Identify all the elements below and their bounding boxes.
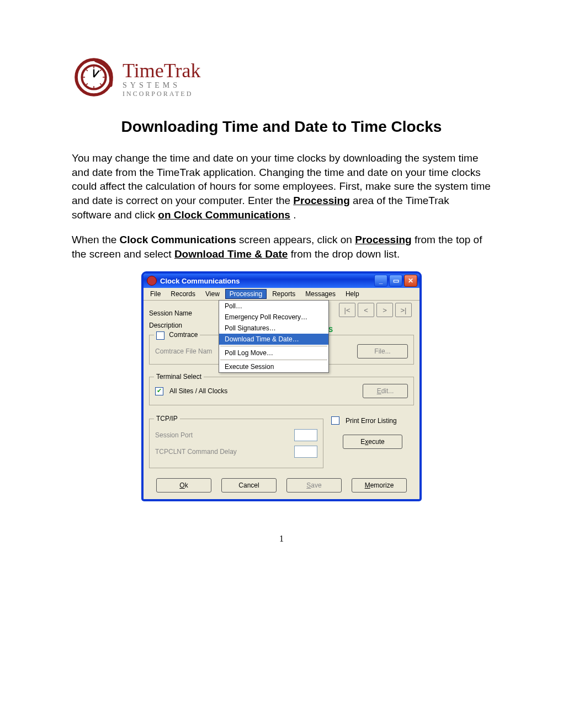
terminal-select-group: Terminal Select All Sites / All Clocks E… (149, 377, 414, 405)
file-button[interactable]: File... (357, 344, 408, 358)
comtrace-label: Comtrace (169, 331, 198, 339)
session-name-label: Session Name (149, 309, 214, 317)
print-error-label: Print Error Listing (346, 417, 397, 425)
menu-file[interactable]: File (146, 289, 165, 299)
menubar: File Records View Processing Reports Mes… (144, 288, 419, 301)
ok-button[interactable]: Ok (156, 478, 211, 493)
window-title: Clock Communications (160, 277, 240, 285)
stray-s: S (328, 326, 333, 334)
paragraph-2: When the Clock Communications screen app… (72, 233, 491, 261)
brand-name: TimeTrak (123, 62, 200, 79)
maximize-button[interactable]: ▭ (389, 275, 402, 287)
tcp-delay-input[interactable] (294, 446, 317, 458)
menu-reports[interactable]: Reports (268, 289, 300, 299)
dd-sep (220, 346, 327, 346)
page-title: Downloading Time and Date to Time Clocks (72, 118, 491, 136)
close-button[interactable]: ✕ (404, 275, 417, 287)
execute-button[interactable]: Execute (343, 435, 402, 449)
brand-block: TimeTrak SYSTEMS INCORPORATED (123, 62, 200, 98)
p2-t2: screen appears, click on (239, 234, 355, 245)
window-titlebar[interactable]: Clock Communications _ ▭ ✕ (144, 274, 419, 288)
comtrace-checkbox[interactable] (156, 331, 164, 340)
minimize-button[interactable]: _ (374, 275, 387, 287)
cancel-button[interactable]: Cancel (221, 478, 277, 493)
page-number: 1 (72, 534, 491, 544)
save-button[interactable]: Save (286, 478, 342, 493)
menu-processing[interactable]: Processing (225, 289, 267, 299)
dd-poll-log-move[interactable]: Poll Log Move… (219, 347, 328, 358)
dd-sep2 (220, 360, 327, 360)
menu-records[interactable]: Records (166, 289, 200, 299)
p2-t1: When the (72, 234, 120, 245)
nav-prev-button[interactable]: < (358, 303, 374, 317)
comtrace-file-label: Comtrace File Nam (155, 347, 220, 355)
p1-t3: . (293, 209, 296, 221)
all-sites-label: All Sites / All Clocks (169, 387, 227, 395)
logo-row: TimeTrak SYSTEMS INCORPORATED (72, 55, 491, 101)
app-icon (147, 276, 157, 286)
terminal-select-title: Terminal Select (154, 373, 204, 381)
clock-logo-icon (72, 55, 116, 101)
menu-view[interactable]: View (201, 289, 224, 299)
p2-t4: from the drop down list. (291, 248, 400, 260)
dd-execute-session[interactable]: Execute Session (219, 361, 328, 372)
nav-next-button[interactable]: > (376, 303, 393, 317)
nav-first-button[interactable]: |< (339, 303, 355, 317)
dd-download-time-date[interactable]: Download Time & Date… (219, 334, 328, 345)
session-port-label: Session Port (155, 431, 193, 439)
brand-sub2: INCORPORATED (123, 90, 200, 98)
tcp-delay-label: TCPCLNT Command Delay (155, 448, 237, 456)
tcpip-group: TCP/IP Session Port TCPCLNT Command Dela… (149, 419, 323, 468)
dd-signatures[interactable]: Poll Signatures… (219, 323, 328, 334)
processing-dropdown: Poll… Emergency Poll Recovery… Poll Sign… (219, 300, 329, 373)
nav-last-button[interactable]: >| (395, 303, 412, 317)
brand-sub1: SYSTEMS (123, 81, 200, 90)
p1-processing: Processing (293, 195, 349, 206)
all-sites-checkbox[interactable] (155, 387, 163, 395)
p1-clock-comm: on Clock Communications (158, 209, 290, 221)
menu-help[interactable]: Help (341, 289, 364, 299)
edit-button[interactable]: Edit... (363, 384, 408, 398)
description-label: Description (149, 322, 214, 329)
tcpip-title: TCP/IP (154, 415, 180, 422)
edit-button-rest: dit... (381, 387, 394, 395)
p2-download-td: Download Time & Date (174, 248, 288, 260)
p2-clock-comm: Clock Communications (120, 234, 236, 245)
dd-poll[interactable]: Poll… (219, 301, 328, 312)
menu-messages[interactable]: Messages (301, 289, 340, 299)
clock-comm-window: Clock Communications _ ▭ ✕ File Records … (142, 272, 421, 501)
print-error-checkbox[interactable] (331, 416, 339, 425)
session-port-input[interactable] (294, 429, 317, 441)
dd-emergency[interactable]: Emergency Poll Recovery… (219, 312, 328, 323)
memorize-button[interactable]: Memorize (352, 478, 407, 493)
p2-processing: Processing (355, 234, 411, 245)
paragraph-1: You may change the time and date on your… (72, 151, 491, 222)
